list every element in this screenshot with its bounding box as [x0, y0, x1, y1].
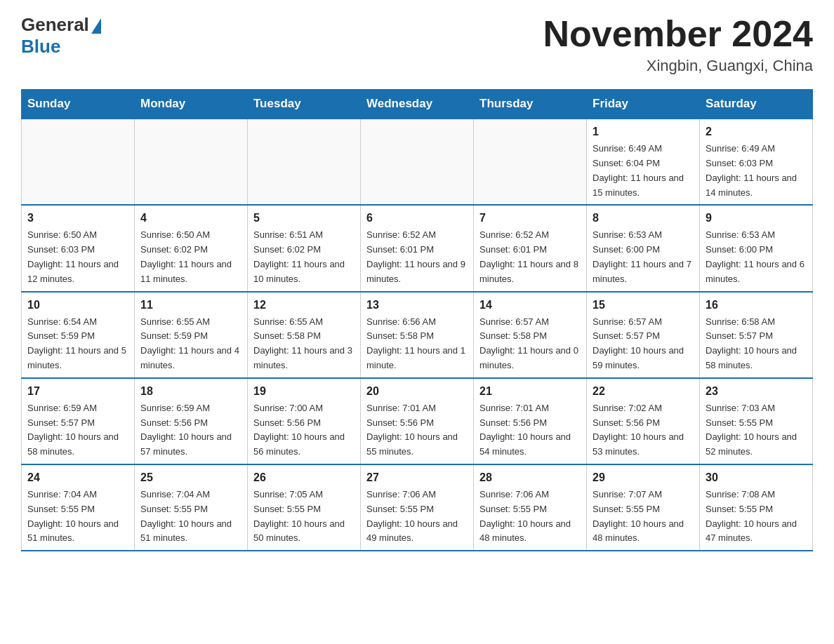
logo-triangle-icon [91, 18, 101, 34]
day-number: 24 [27, 469, 128, 486]
day-info: Sunrise: 6:56 AM Sunset: 5:58 PM Dayligh… [366, 315, 468, 373]
day-number: 20 [366, 383, 468, 400]
day-number: 14 [479, 297, 581, 314]
calendar-weekday-wednesday: Wednesday [361, 90, 474, 119]
calendar-cell [22, 119, 135, 205]
title-area: November 2024 Xingbin, Guangxi, China [543, 14, 813, 75]
calendar-cell: 27Sunrise: 7:06 AM Sunset: 5:55 PM Dayli… [361, 464, 474, 551]
calendar-week-2: 3Sunrise: 6:50 AM Sunset: 6:03 PM Daylig… [22, 205, 813, 291]
day-number: 25 [140, 469, 241, 486]
day-info: Sunrise: 7:07 AM Sunset: 5:55 PM Dayligh… [593, 488, 694, 546]
calendar-cell: 14Sunrise: 6:57 AM Sunset: 5:58 PM Dayli… [474, 292, 587, 378]
calendar-cell: 21Sunrise: 7:01 AM Sunset: 5:56 PM Dayli… [474, 378, 587, 464]
day-info: Sunrise: 6:50 AM Sunset: 6:02 PM Dayligh… [140, 228, 241, 286]
logo-blue-text: Blue [21, 36, 60, 58]
day-info: Sunrise: 6:51 AM Sunset: 6:02 PM Dayligh… [253, 228, 355, 286]
day-info: Sunrise: 6:59 AM Sunset: 5:57 PM Dayligh… [27, 401, 128, 459]
calendar-cell: 6Sunrise: 6:52 AM Sunset: 6:01 PM Daylig… [361, 205, 474, 291]
calendar-header-row: SundayMondayTuesdayWednesdayThursdayFrid… [22, 90, 813, 119]
calendar-cell: 24Sunrise: 7:04 AM Sunset: 5:55 PM Dayli… [22, 464, 135, 551]
calendar-cell: 10Sunrise: 6:54 AM Sunset: 5:59 PM Dayli… [22, 292, 135, 378]
day-info: Sunrise: 6:55 AM Sunset: 5:59 PM Dayligh… [140, 315, 241, 373]
calendar-week-5: 24Sunrise: 7:04 AM Sunset: 5:55 PM Dayli… [22, 464, 813, 551]
calendar-weekday-friday: Friday [587, 90, 700, 119]
calendar-table: SundayMondayTuesdayWednesdayThursdayFrid… [21, 89, 813, 551]
day-number: 17 [27, 383, 128, 400]
day-info: Sunrise: 6:49 AM Sunset: 6:04 PM Dayligh… [593, 142, 694, 200]
day-number: 9 [706, 210, 807, 227]
calendar-weekday-monday: Monday [135, 90, 248, 119]
page-header: General Blue November 2024 Xingbin, Guan… [21, 14, 813, 75]
calendar-cell: 15Sunrise: 6:57 AM Sunset: 5:57 PM Dayli… [587, 292, 700, 378]
calendar-cell: 19Sunrise: 7:00 AM Sunset: 5:56 PM Dayli… [248, 378, 361, 464]
day-number: 7 [479, 210, 581, 227]
calendar-cell [474, 119, 587, 205]
calendar-cell: 13Sunrise: 6:56 AM Sunset: 5:58 PM Dayli… [361, 292, 474, 378]
day-number: 28 [479, 469, 581, 486]
day-number: 8 [593, 210, 694, 227]
calendar-cell: 23Sunrise: 7:03 AM Sunset: 5:55 PM Dayli… [700, 378, 813, 464]
day-info: Sunrise: 7:00 AM Sunset: 5:56 PM Dayligh… [253, 401, 355, 459]
calendar-cell: 3Sunrise: 6:50 AM Sunset: 6:03 PM Daylig… [22, 205, 135, 291]
day-info: Sunrise: 6:53 AM Sunset: 6:00 PM Dayligh… [593, 228, 694, 286]
calendar-cell: 4Sunrise: 6:50 AM Sunset: 6:02 PM Daylig… [135, 205, 248, 291]
day-number: 11 [140, 297, 241, 314]
day-info: Sunrise: 6:57 AM Sunset: 5:57 PM Dayligh… [593, 315, 694, 373]
day-number: 21 [479, 383, 581, 400]
logo: General Blue [21, 14, 101, 58]
day-number: 4 [140, 210, 241, 227]
day-number: 26 [253, 469, 355, 486]
day-number: 13 [366, 297, 468, 314]
day-info: Sunrise: 7:08 AM Sunset: 5:55 PM Dayligh… [706, 488, 807, 546]
calendar-cell: 28Sunrise: 7:06 AM Sunset: 5:55 PM Dayli… [474, 464, 587, 551]
calendar-cell: 18Sunrise: 6:59 AM Sunset: 5:56 PM Dayli… [135, 378, 248, 464]
calendar-cell: 29Sunrise: 7:07 AM Sunset: 5:55 PM Dayli… [587, 464, 700, 551]
calendar-cell: 5Sunrise: 6:51 AM Sunset: 6:02 PM Daylig… [248, 205, 361, 291]
day-number: 2 [706, 123, 807, 140]
calendar-week-4: 17Sunrise: 6:59 AM Sunset: 5:57 PM Dayli… [22, 378, 813, 464]
day-info: Sunrise: 7:04 AM Sunset: 5:55 PM Dayligh… [27, 488, 128, 546]
calendar-cell: 25Sunrise: 7:04 AM Sunset: 5:55 PM Dayli… [135, 464, 248, 551]
calendar-cell: 30Sunrise: 7:08 AM Sunset: 5:55 PM Dayli… [700, 464, 813, 551]
day-number: 29 [593, 469, 694, 486]
day-info: Sunrise: 6:52 AM Sunset: 6:01 PM Dayligh… [366, 228, 468, 286]
day-info: Sunrise: 7:05 AM Sunset: 5:55 PM Dayligh… [253, 488, 355, 546]
day-number: 18 [140, 383, 241, 400]
day-number: 27 [366, 469, 468, 486]
calendar-cell: 12Sunrise: 6:55 AM Sunset: 5:58 PM Dayli… [248, 292, 361, 378]
day-info: Sunrise: 6:54 AM Sunset: 5:59 PM Dayligh… [27, 315, 128, 373]
day-info: Sunrise: 6:52 AM Sunset: 6:01 PM Dayligh… [479, 228, 581, 286]
day-info: Sunrise: 7:02 AM Sunset: 5:56 PM Dayligh… [593, 401, 694, 459]
day-info: Sunrise: 7:06 AM Sunset: 5:55 PM Dayligh… [366, 488, 468, 546]
day-number: 12 [253, 297, 355, 314]
month-title: November 2024 [543, 14, 813, 54]
day-number: 19 [253, 383, 355, 400]
calendar-weekday-sunday: Sunday [22, 90, 135, 119]
day-info: Sunrise: 6:58 AM Sunset: 5:57 PM Dayligh… [706, 315, 807, 373]
day-number: 10 [27, 297, 128, 314]
calendar-weekday-saturday: Saturday [700, 90, 813, 119]
day-number: 3 [27, 210, 128, 227]
calendar-weekday-tuesday: Tuesday [248, 90, 361, 119]
calendar-cell: 11Sunrise: 6:55 AM Sunset: 5:59 PM Dayli… [135, 292, 248, 378]
day-info: Sunrise: 7:03 AM Sunset: 5:55 PM Dayligh… [706, 401, 807, 459]
day-number: 5 [253, 210, 355, 227]
location-text: Xingbin, Guangxi, China [543, 57, 813, 75]
day-number: 1 [593, 123, 694, 140]
day-info: Sunrise: 7:01 AM Sunset: 5:56 PM Dayligh… [479, 401, 581, 459]
calendar-cell [361, 119, 474, 205]
day-number: 23 [706, 383, 807, 400]
logo-general-text: General [21, 14, 89, 36]
calendar-weekday-thursday: Thursday [474, 90, 587, 119]
calendar-cell: 7Sunrise: 6:52 AM Sunset: 6:01 PM Daylig… [474, 205, 587, 291]
day-info: Sunrise: 6:59 AM Sunset: 5:56 PM Dayligh… [140, 401, 241, 459]
calendar-cell: 8Sunrise: 6:53 AM Sunset: 6:00 PM Daylig… [587, 205, 700, 291]
calendar-cell: 17Sunrise: 6:59 AM Sunset: 5:57 PM Dayli… [22, 378, 135, 464]
day-number: 15 [593, 297, 694, 314]
calendar-cell: 16Sunrise: 6:58 AM Sunset: 5:57 PM Dayli… [700, 292, 813, 378]
calendar-cell: 20Sunrise: 7:01 AM Sunset: 5:56 PM Dayli… [361, 378, 474, 464]
day-number: 6 [366, 210, 468, 227]
calendar-cell: 1Sunrise: 6:49 AM Sunset: 6:04 PM Daylig… [587, 119, 700, 205]
day-info: Sunrise: 7:04 AM Sunset: 5:55 PM Dayligh… [140, 488, 241, 546]
day-info: Sunrise: 7:01 AM Sunset: 5:56 PM Dayligh… [366, 401, 468, 459]
